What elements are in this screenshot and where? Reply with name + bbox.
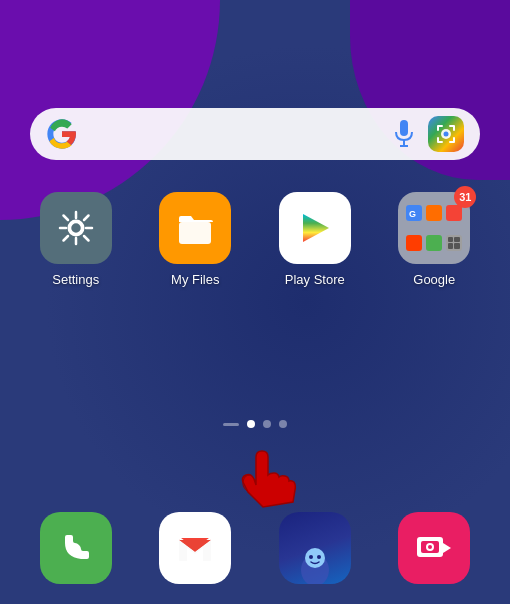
svg-point-4 [444, 132, 449, 137]
dock-item-bixby[interactable] [259, 512, 371, 584]
svg-line-13 [84, 216, 89, 221]
screen-recorder-icon [398, 512, 470, 584]
svg-marker-16 [303, 214, 329, 242]
page-dot-1[interactable] [247, 420, 255, 428]
svg-point-28 [428, 545, 432, 549]
bixby-icon [279, 512, 351, 584]
svg-line-11 [63, 216, 68, 221]
settings-label: Settings [52, 272, 99, 287]
svg-line-14 [63, 236, 68, 241]
search-icons [390, 116, 464, 152]
phone-icon [40, 512, 112, 584]
google-g-logo [46, 118, 78, 150]
svg-point-22 [309, 555, 313, 559]
dock-item-phone[interactable] [20, 512, 132, 584]
app-item-playstore[interactable]: Play Store [259, 192, 371, 287]
playstore-label: Play Store [285, 272, 345, 287]
page-dot-3[interactable] [279, 420, 287, 428]
app-item-google[interactable]: G 31 Google [379, 192, 491, 287]
mic-icon[interactable] [390, 120, 418, 148]
dock-item-gmail[interactable] [140, 512, 252, 584]
notification-badge: 31 [454, 186, 476, 208]
svg-rect-15 [179, 222, 211, 244]
page-dot-2[interactable] [263, 420, 271, 428]
app-item-settings[interactable]: Settings [20, 192, 132, 287]
myfiles-icon [159, 192, 231, 264]
svg-point-23 [317, 555, 321, 559]
google-lens-icon[interactable] [428, 116, 464, 152]
svg-text:G: G [409, 209, 416, 218]
svg-marker-25 [443, 543, 451, 553]
myfiles-label: My Files [171, 272, 219, 287]
home-screen: Settings My Files [0, 0, 510, 604]
page-dot-0[interactable] [223, 423, 239, 426]
gmail-icon [159, 512, 231, 584]
svg-rect-0 [400, 120, 408, 136]
app-grid: Settings My Files [0, 192, 510, 287]
playstore-icon [279, 192, 351, 264]
google-label: Google [413, 272, 455, 287]
app-item-myfiles[interactable]: My Files [140, 192, 252, 287]
svg-line-12 [84, 236, 89, 241]
dock-item-screen-recorder[interactable] [379, 512, 491, 584]
page-dots [0, 420, 510, 428]
dock [0, 512, 510, 584]
svg-point-21 [305, 548, 325, 568]
google-folder-icon: G 31 [398, 192, 470, 264]
search-bar[interactable] [30, 108, 480, 160]
settings-icon [40, 192, 112, 264]
